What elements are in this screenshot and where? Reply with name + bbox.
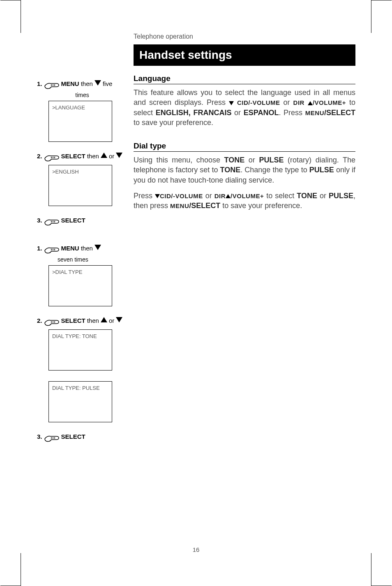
volume-plus-label: /VOLUME+	[313, 99, 346, 106]
dialtype-body-2: Press CID/-VOLUME or DIR/VOLUME+ to sele…	[134, 191, 355, 211]
text: Using this menu, choose	[134, 156, 224, 164]
up-arrow-icon	[101, 153, 107, 158]
up-arrow-icon	[101, 317, 107, 322]
screen-dial-type: >DIAL TYPE	[48, 265, 112, 306]
text: or	[203, 192, 214, 200]
menu-label: MENU	[61, 245, 79, 252]
options-text: ENGLISH, FRANCAIS	[156, 109, 232, 117]
pointing-hand-icon	[44, 80, 60, 90]
section-heading-language: Language	[134, 74, 355, 84]
pointing-hand-icon	[44, 433, 60, 443]
screen-dial-pulse: DIAL TYPE: PULSE	[48, 381, 112, 422]
tone-text: TONE	[220, 166, 241, 174]
step-1: 1. MENU then seven times	[37, 245, 127, 263]
step-number: 2.	[37, 153, 42, 160]
screen-language: >LANGUAGE	[48, 101, 112, 142]
text: then	[87, 153, 99, 160]
menu-label: MENU	[61, 80, 79, 87]
down-arrow-icon	[229, 101, 234, 105]
text: five	[103, 80, 112, 87]
text: then	[87, 317, 99, 324]
crop-mark	[351, 0, 371, 33]
crop-mark	[21, 0, 41, 33]
screen-english: >ENGLISH	[48, 165, 112, 206]
cid-volume-label: CID/-VOLUME	[237, 99, 280, 106]
screen-dial-tone: DIAL TYPE: TONE	[48, 329, 112, 371]
step-3: 3. SELECT	[37, 433, 127, 443]
pointing-hand-icon	[44, 153, 60, 162]
section-heading-dialtype: Dial type	[134, 141, 355, 152]
select-label: SELECT	[61, 317, 85, 324]
step-number: 2.	[37, 317, 42, 324]
dialtype-body-1: Using this menu, choose TONE or PULSE (r…	[134, 155, 355, 185]
text: then	[81, 245, 93, 252]
text: to save your preference.	[220, 202, 302, 210]
down-arrow-icon	[95, 245, 101, 250]
pointing-hand-icon	[44, 217, 60, 227]
pulse-text: PULSE	[329, 192, 353, 200]
chapter-label: Telephone operation	[134, 33, 355, 40]
select-label: SELECT	[61, 217, 85, 224]
espanol-text: ESPANOL	[244, 109, 279, 117]
tone-text: TONE	[224, 156, 245, 164]
pointing-hand-icon	[44, 317, 60, 327]
cid-volume-label: CID/-VOLUME	[160, 192, 203, 199]
text: times	[37, 92, 127, 98]
text: Press	[134, 192, 155, 200]
dir-label: DIR	[293, 99, 304, 106]
volume-plus-label: /VOLUME+	[231, 192, 264, 199]
dir-label: DIR	[214, 192, 226, 199]
step-number: 3.	[37, 217, 42, 224]
pulse-text: PULSE	[309, 166, 334, 174]
page-number: 16	[25, 546, 367, 553]
text: or	[109, 317, 114, 324]
pointing-hand-icon	[44, 245, 60, 255]
pulse-text: PULSE	[259, 156, 284, 164]
menu-label: MENU	[170, 202, 189, 209]
up-arrow-icon	[226, 194, 231, 198]
text: or	[109, 153, 114, 160]
text: or	[244, 156, 259, 164]
select-label: SELECT	[61, 433, 85, 440]
text: or	[317, 192, 329, 200]
text: . Change the type to	[240, 166, 309, 174]
text: to select	[264, 192, 297, 200]
text: then	[81, 80, 93, 87]
menu-label: MENU	[305, 109, 324, 116]
text: to save your preference.	[134, 118, 213, 127]
down-arrow-icon	[155, 194, 160, 198]
text: or	[280, 98, 293, 107]
step-2: 2. SELECT then or	[37, 317, 127, 327]
tone-text: TONE	[297, 192, 317, 200]
step-3: 3. SELECT	[37, 217, 127, 227]
text: . Press	[279, 109, 305, 117]
down-arrow-icon	[95, 80, 101, 86]
language-body: This feature allows you to select the la…	[134, 88, 355, 127]
step-number: 1.	[37, 80, 42, 87]
text: or	[231, 109, 243, 117]
step-number: 1.	[37, 245, 42, 252]
up-arrow-icon	[308, 101, 313, 105]
select-label: SELECT	[61, 153, 85, 160]
down-arrow-icon	[116, 153, 122, 158]
step-1: 1. MENU then five times	[37, 80, 127, 98]
text: seven times	[37, 256, 127, 263]
step-number: 3.	[37, 433, 42, 440]
page-title: Handset settings	[134, 44, 355, 66]
step-2: 2. SELECT then or	[37, 153, 127, 162]
down-arrow-icon	[116, 317, 122, 322]
